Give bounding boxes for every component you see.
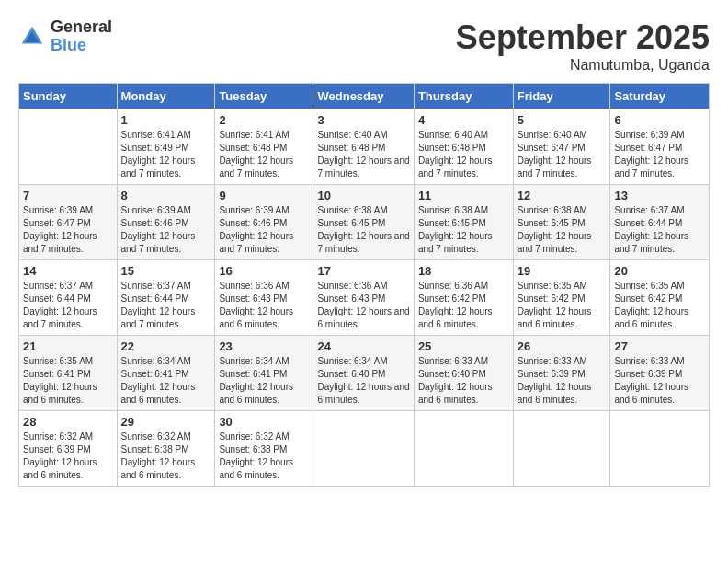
week-row-5: 28 Sunrise: 6:32 AMSunset: 6:39 PMDaylig…	[19, 411, 710, 487]
day-detail: Sunrise: 6:37 AMSunset: 6:44 PMDaylight:…	[614, 205, 688, 254]
calendar-cell: 7 Sunrise: 6:39 AMSunset: 6:47 PMDayligh…	[19, 185, 118, 260]
day-number: 20	[614, 264, 705, 278]
day-detail: Sunrise: 6:33 AMSunset: 6:39 PMDaylight:…	[614, 356, 688, 405]
header-cell-monday: Monday	[117, 84, 215, 109]
day-number: 11	[418, 189, 509, 202]
calendar-cell	[513, 411, 610, 487]
day-detail: Sunrise: 6:34 AMSunset: 6:40 PMDaylight:…	[317, 356, 409, 405]
day-number: 27	[614, 339, 705, 353]
calendar-cell: 24 Sunrise: 6:34 AMSunset: 6:40 PMDaylig…	[313, 336, 414, 411]
calendar-cell: 30 Sunrise: 6:32 AMSunset: 6:38 PMDaylig…	[215, 411, 313, 487]
page-header: General Blue September 2025 Namutumba, U…	[18, 18, 710, 74]
calendar-cell: 4 Sunrise: 6:40 AMSunset: 6:48 PMDayligh…	[414, 109, 513, 185]
calendar-cell: 29 Sunrise: 6:32 AMSunset: 6:38 PMDaylig…	[117, 411, 215, 487]
day-number: 21	[23, 339, 113, 353]
calendar-cell: 22 Sunrise: 6:34 AMSunset: 6:41 PMDaylig…	[117, 336, 215, 411]
day-number: 17	[317, 264, 409, 278]
day-detail: Sunrise: 6:39 AMSunset: 6:46 PMDaylight:…	[121, 205, 196, 254]
logo: General Blue	[18, 18, 112, 55]
day-number: 3	[317, 113, 409, 127]
month-title: September 2025	[456, 18, 710, 57]
day-detail: Sunrise: 6:32 AMSunset: 6:39 PMDaylight:…	[23, 431, 97, 480]
calendar-cell: 27 Sunrise: 6:33 AMSunset: 6:39 PMDaylig…	[610, 336, 710, 411]
day-number: 23	[219, 339, 309, 353]
day-detail: Sunrise: 6:33 AMSunset: 6:39 PMDaylight:…	[518, 356, 592, 405]
week-row-1: 1 Sunrise: 6:41 AMSunset: 6:49 PMDayligh…	[19, 109, 710, 185]
day-number: 18	[418, 264, 509, 278]
day-detail: Sunrise: 6:35 AMSunset: 6:42 PMDaylight:…	[518, 281, 592, 329]
day-number: 12	[518, 189, 607, 202]
day-detail: Sunrise: 6:40 AMSunset: 6:47 PMDaylight:…	[518, 130, 592, 178]
calendar-cell: 9 Sunrise: 6:39 AMSunset: 6:46 PMDayligh…	[215, 185, 313, 260]
header-cell-thursday: Thursday	[414, 84, 513, 109]
calendar-cell: 13 Sunrise: 6:37 AMSunset: 6:44 PMDaylig…	[610, 185, 710, 260]
day-detail: Sunrise: 6:41 AMSunset: 6:48 PMDaylight:…	[219, 130, 293, 178]
header-cell-sunday: Sunday	[19, 84, 118, 109]
day-detail: Sunrise: 6:39 AMSunset: 6:47 PMDaylight:…	[23, 205, 97, 254]
day-number: 8	[121, 189, 211, 202]
calendar-cell: 18 Sunrise: 6:36 AMSunset: 6:42 PMDaylig…	[414, 260, 513, 336]
calendar-cell: 21 Sunrise: 6:35 AMSunset: 6:41 PMDaylig…	[19, 336, 118, 411]
calendar-table: SundayMondayTuesdayWednesdayThursdayFrid…	[18, 83, 710, 487]
calendar-cell: 16 Sunrise: 6:36 AMSunset: 6:43 PMDaylig…	[215, 260, 313, 336]
calendar-cell	[414, 411, 513, 487]
logo-blue: Blue	[51, 37, 112, 55]
day-number: 22	[121, 339, 211, 353]
location: Namutumba, Uganda	[456, 57, 710, 74]
calendar-cell: 23 Sunrise: 6:34 AMSunset: 6:41 PMDaylig…	[215, 336, 313, 411]
calendar-cell: 11 Sunrise: 6:38 AMSunset: 6:45 PMDaylig…	[414, 185, 513, 260]
day-detail: Sunrise: 6:32 AMSunset: 6:38 PMDaylight:…	[219, 431, 293, 480]
header-row: SundayMondayTuesdayWednesdayThursdayFrid…	[19, 84, 710, 109]
day-detail: Sunrise: 6:33 AMSunset: 6:40 PMDaylight:…	[418, 356, 493, 405]
calendar-cell: 17 Sunrise: 6:36 AMSunset: 6:43 PMDaylig…	[313, 260, 414, 336]
calendar-cell: 5 Sunrise: 6:40 AMSunset: 6:47 PMDayligh…	[513, 109, 610, 185]
calendar-cell	[313, 411, 414, 487]
day-number: 30	[219, 415, 309, 429]
day-number: 26	[518, 339, 607, 353]
day-detail: Sunrise: 6:32 AMSunset: 6:38 PMDaylight:…	[121, 431, 196, 480]
calendar-cell: 6 Sunrise: 6:39 AMSunset: 6:47 PMDayligh…	[610, 109, 710, 185]
day-detail: Sunrise: 6:41 AMSunset: 6:49 PMDaylight:…	[121, 130, 196, 178]
day-detail: Sunrise: 6:37 AMSunset: 6:44 PMDaylight:…	[121, 281, 196, 329]
day-number: 15	[121, 264, 211, 278]
day-number: 29	[121, 415, 211, 429]
day-detail: Sunrise: 6:35 AMSunset: 6:41 PMDaylight:…	[23, 356, 97, 405]
logo-text: General Blue	[51, 18, 112, 55]
day-number: 9	[219, 189, 309, 202]
calendar-cell: 12 Sunrise: 6:38 AMSunset: 6:45 PMDaylig…	[513, 185, 610, 260]
day-detail: Sunrise: 6:37 AMSunset: 6:44 PMDaylight:…	[23, 281, 97, 329]
header-cell-tuesday: Tuesday	[215, 84, 313, 109]
calendar-cell: 14 Sunrise: 6:37 AMSunset: 6:44 PMDaylig…	[19, 260, 118, 336]
day-detail: Sunrise: 6:40 AMSunset: 6:48 PMDaylight:…	[418, 130, 493, 178]
logo-general: General	[51, 18, 112, 37]
day-number: 16	[219, 264, 309, 278]
calendar-cell: 2 Sunrise: 6:41 AMSunset: 6:48 PMDayligh…	[215, 109, 313, 185]
header-cell-saturday: Saturday	[610, 84, 710, 109]
calendar-cell: 28 Sunrise: 6:32 AMSunset: 6:39 PMDaylig…	[19, 411, 118, 487]
day-detail: Sunrise: 6:39 AMSunset: 6:47 PMDaylight:…	[614, 130, 688, 178]
calendar-cell	[19, 109, 118, 185]
calendar-cell: 1 Sunrise: 6:41 AMSunset: 6:49 PMDayligh…	[117, 109, 215, 185]
day-number: 5	[518, 113, 607, 127]
day-detail: Sunrise: 6:38 AMSunset: 6:45 PMDaylight:…	[518, 205, 592, 254]
day-detail: Sunrise: 6:38 AMSunset: 6:45 PMDaylight:…	[317, 205, 409, 254]
day-number: 7	[23, 189, 113, 202]
day-detail: Sunrise: 6:38 AMSunset: 6:45 PMDaylight:…	[418, 205, 493, 254]
day-number: 19	[518, 264, 607, 278]
day-number: 10	[317, 189, 409, 202]
day-detail: Sunrise: 6:34 AMSunset: 6:41 PMDaylight:…	[219, 356, 293, 405]
day-number: 1	[121, 113, 211, 127]
day-detail: Sunrise: 6:36 AMSunset: 6:42 PMDaylight:…	[418, 281, 493, 329]
calendar-cell: 26 Sunrise: 6:33 AMSunset: 6:39 PMDaylig…	[513, 336, 610, 411]
day-number: 4	[418, 113, 509, 127]
logo-icon	[18, 23, 46, 51]
day-number: 13	[614, 189, 705, 202]
title-block: September 2025 Namutumba, Uganda	[456, 18, 710, 74]
header-cell-friday: Friday	[513, 84, 610, 109]
day-detail: Sunrise: 6:34 AMSunset: 6:41 PMDaylight:…	[121, 356, 196, 405]
day-detail: Sunrise: 6:35 AMSunset: 6:42 PMDaylight:…	[614, 281, 688, 329]
calendar-cell: 15 Sunrise: 6:37 AMSunset: 6:44 PMDaylig…	[117, 260, 215, 336]
calendar-cell	[610, 411, 710, 487]
week-row-4: 21 Sunrise: 6:35 AMSunset: 6:41 PMDaylig…	[19, 336, 710, 411]
day-number: 6	[614, 113, 705, 127]
